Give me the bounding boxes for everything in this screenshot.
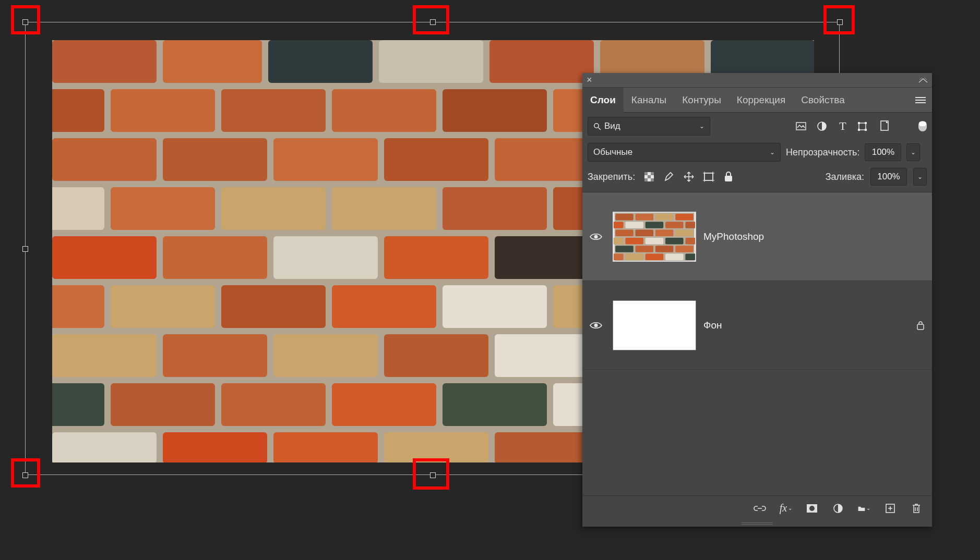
svg-point-73 — [594, 123, 599, 127]
layer-row[interactable]: MyPhotoshop — [582, 192, 932, 281]
svg-rect-79 — [865, 122, 867, 124]
fill-chevron[interactable]: ⌄ — [913, 168, 927, 186]
svg-rect-102 — [614, 222, 624, 228]
svg-rect-78 — [858, 122, 860, 124]
svg-rect-51 — [384, 334, 488, 377]
transform-handle[interactable] — [22, 19, 28, 25]
svg-rect-58 — [332, 383, 436, 426]
new-layer-icon[interactable] — [884, 502, 897, 515]
svg-rect-14 — [443, 89, 547, 132]
svg-rect-105 — [665, 222, 684, 228]
svg-rect-56 — [111, 383, 215, 426]
svg-rect-85 — [651, 172, 654, 175]
layers-panel[interactable]: × СлоиКаналыКонтурыКоррекцияСвойства Вид… — [582, 73, 932, 527]
pixel-filter-icon[interactable] — [795, 120, 807, 132]
layers-list[interactable]: MyPhotoshopФон — [582, 192, 932, 495]
svg-point-95 — [594, 235, 598, 238]
lock-icons — [643, 171, 734, 182]
transform-handle[interactable] — [22, 246, 28, 252]
svg-rect-100 — [675, 213, 694, 220]
chevron-down-icon: ⌄ — [699, 123, 704, 130]
visibility-eye-icon[interactable] — [590, 321, 605, 330]
svg-rect-27 — [221, 187, 326, 230]
type-filter-icon[interactable]: T — [837, 120, 848, 132]
blend-mode-select[interactable]: Обычные ⌄ — [588, 143, 781, 162]
svg-rect-33 — [52, 236, 157, 279]
link-layers-icon[interactable] — [754, 502, 766, 515]
lock-pixels-icon[interactable] — [663, 171, 675, 182]
svg-rect-89 — [704, 173, 713, 180]
svg-rect-44 — [443, 285, 547, 328]
lock-all-icon[interactable] — [723, 171, 734, 182]
svg-rect-86 — [648, 175, 651, 178]
shape-filter-icon[interactable] — [858, 120, 869, 132]
svg-rect-98 — [636, 213, 654, 220]
panel-resize-grip[interactable] — [582, 520, 932, 527]
svg-rect-10 — [52, 89, 104, 132]
adjustment-layer-icon[interactable] — [832, 502, 844, 515]
tab-контуры[interactable]: Контуры — [674, 88, 729, 113]
lock-icon — [916, 321, 925, 330]
svg-rect-125 — [665, 253, 684, 260]
adjustment-filter-icon[interactable] — [816, 120, 828, 132]
lock-artboard-icon[interactable] — [703, 171, 714, 182]
svg-rect-19 — [163, 138, 267, 181]
panel-titlebar[interactable]: × — [582, 73, 932, 88]
svg-rect-12 — [221, 89, 326, 132]
lock-position-icon[interactable] — [683, 171, 695, 182]
svg-rect-64 — [163, 432, 267, 462]
tab-коррекция[interactable]: Коррекция — [729, 88, 793, 113]
tab-свойства[interactable]: Свойства — [793, 88, 852, 113]
visibility-eye-icon[interactable] — [590, 233, 605, 241]
svg-rect-112 — [614, 237, 624, 244]
delete-layer-icon[interactable] — [910, 502, 923, 515]
layer-style-icon[interactable]: fx⌄ — [780, 502, 792, 515]
svg-line-74 — [599, 127, 601, 130]
lock-label: Закрепить: — [588, 172, 635, 182]
svg-rect-49 — [163, 334, 267, 377]
svg-rect-107 — [615, 229, 634, 236]
lock-transparency-icon[interactable] — [643, 171, 655, 182]
layer-row[interactable]: Фон — [582, 281, 932, 370]
fill-value[interactable]: 100% — [870, 168, 907, 186]
transform-handle[interactable] — [837, 19, 843, 25]
svg-rect-94 — [725, 176, 732, 181]
transform-handle[interactable] — [22, 472, 28, 478]
group-icon[interactable]: ⌄ — [858, 502, 870, 515]
transform-handle[interactable] — [430, 472, 436, 478]
svg-rect-122 — [614, 253, 624, 260]
collapse-icon[interactable] — [918, 78, 928, 83]
opacity-value[interactable]: 100% — [865, 143, 901, 161]
close-icon[interactable]: × — [587, 75, 596, 86]
svg-rect-57 — [221, 383, 326, 426]
smartobject-filter-icon[interactable] — [879, 120, 890, 132]
svg-rect-120 — [675, 246, 694, 252]
layer-name-label[interactable]: Фон — [703, 320, 722, 331]
layer-name-label[interactable]: MyPhotoshop — [703, 231, 764, 242]
tab-каналы[interactable]: Каналы — [624, 88, 674, 113]
panel-menu-icon[interactable] — [909, 96, 932, 104]
svg-rect-41 — [111, 285, 215, 328]
transform-handle[interactable] — [430, 19, 436, 25]
tab-слои[interactable]: Слои — [582, 88, 624, 113]
svg-rect-20 — [273, 138, 378, 181]
layer-thumbnail[interactable] — [613, 300, 696, 350]
svg-rect-65 — [273, 432, 378, 462]
layer-thumbnail[interactable] — [613, 212, 696, 262]
svg-rect-108 — [636, 229, 654, 236]
svg-rect-4 — [163, 40, 262, 83]
svg-rect-21 — [384, 138, 488, 181]
svg-rect-7 — [489, 40, 594, 83]
blend-mode-value: Обычные — [593, 147, 632, 157]
filter-toggle[interactable] — [918, 121, 927, 131]
layer-mask-icon[interactable] — [806, 502, 818, 515]
svg-rect-48 — [52, 334, 157, 377]
svg-rect-25 — [52, 187, 104, 230]
filter-type-icons: T — [795, 120, 927, 132]
layer-filter-select[interactable]: Вид ⌄ — [588, 117, 710, 136]
svg-rect-11 — [111, 89, 215, 132]
svg-rect-80 — [858, 129, 860, 131]
opacity-chevron[interactable]: ⌄ — [906, 143, 920, 161]
panel-body: Вид ⌄ T Обычные ⌄ Непрозрачность: 100% ⌄ — [582, 113, 932, 527]
svg-rect-18 — [52, 138, 157, 181]
